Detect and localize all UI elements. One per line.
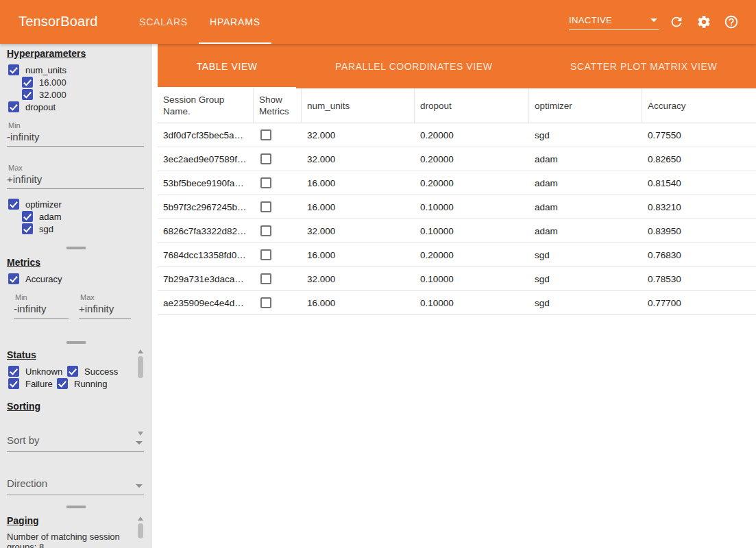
table-row[interactable]: 3ec2aed9e07589f… 32.000 0.20000 adam 0.8… (158, 147, 756, 171)
table-row[interactable]: ae235909ec4e4d… 16.000 0.10000 sgd 0.777… (158, 291, 756, 315)
tab-scalars[interactable]: SCALARS (128, 0, 199, 44)
table-row[interactable]: 6826c7fa3322d82… 32.000 0.10000 adam 0.8… (158, 219, 756, 243)
sorting-heading: Sorting (7, 401, 40, 412)
cell-optimizer: adam (529, 178, 642, 188)
run-status-value: INACTIVE (569, 15, 612, 25)
cell-show-metrics (254, 201, 302, 212)
table-row[interactable]: 3df0d7cf35bec5a… 32.000 0.20000 sgd 0.77… (158, 123, 756, 147)
status-scrollbar[interactable] (137, 349, 143, 436)
paging-scrollbar[interactable] (137, 516, 143, 548)
settings-button[interactable] (696, 14, 711, 29)
show-metrics-checkbox[interactable] (260, 129, 271, 140)
accuracy-checkbox[interactable] (8, 273, 19, 284)
section-resize-handle[interactable] (66, 247, 86, 249)
tab-table-view[interactable]: TABLE VIEW (158, 44, 296, 88)
table-row[interactable]: 53bf5bece9190fa… 16.000 0.20000 adam 0.8… (158, 171, 756, 195)
col-num-units[interactable]: num_units (302, 88, 415, 123)
cell-dropout: 0.10000 (415, 226, 529, 236)
table-row[interactable]: 7684dcc13358fd0… 16.000 0.20000 sgd 0.76… (158, 243, 756, 267)
cell-num-units: 32.000 (302, 130, 415, 140)
metrics-heading: Metrics (7, 257, 40, 268)
run-status-select[interactable]: INACTIVE (569, 10, 659, 30)
status-running[interactable]: Running (57, 378, 107, 389)
cell-accuracy: 0.83950 (642, 226, 756, 236)
scroll-up-icon[interactable] (138, 349, 143, 353)
cell-optimizer: sgd (529, 298, 642, 308)
cell-optimizer: adam (529, 226, 642, 236)
status-heading: Status (7, 349, 36, 360)
section-resize-handle[interactable] (66, 341, 86, 344)
dropout-checkbox[interactable] (8, 101, 19, 112)
cell-accuracy: 0.83210 (642, 202, 756, 212)
col-accuracy[interactable]: Accuracy (642, 88, 756, 123)
scrollbar-thumb[interactable] (138, 356, 143, 378)
num-units-checkbox[interactable] (8, 64, 19, 75)
cell-dropout: 0.10000 (415, 202, 529, 212)
hparam-dropout[interactable]: dropout (8, 101, 56, 112)
num-units-32-label: 32.000 (39, 90, 66, 100)
show-metrics-checkbox[interactable] (260, 153, 271, 164)
table-row[interactable]: 7b29a731e3daca… 32.000 0.10000 sgd 0.785… (158, 267, 756, 291)
status-unknown-label: Unknown (25, 366, 62, 377)
show-metrics-checkbox[interactable] (260, 297, 271, 308)
gear-icon (696, 14, 711, 29)
show-metrics-checkbox[interactable] (260, 201, 271, 212)
tab-scatter-plot-matrix-view[interactable]: SCATTER PLOT MATRIX VIEW (531, 44, 756, 88)
sort-by-select[interactable]: Sort by (7, 434, 144, 452)
tab-scatter-plot-matrix-view-label: SCATTER PLOT MATRIX VIEW (570, 61, 717, 72)
status-failure-checkbox[interactable] (8, 378, 19, 389)
show-metrics-checkbox[interactable] (260, 225, 271, 236)
show-metrics-checkbox[interactable] (260, 273, 271, 284)
tab-parallel-coordinates-view[interactable]: PARALLEL COORDINATES VIEW (296, 44, 531, 88)
optimizer-checkbox[interactable] (8, 199, 19, 210)
cell-optimizer: adam (529, 202, 642, 212)
col-session-group-name[interactable]: Session Group Name. (158, 88, 254, 123)
status-unknown-checkbox[interactable] (8, 366, 19, 377)
section-resize-handle[interactable] (66, 506, 86, 508)
num-units-16-checkbox[interactable] (22, 77, 33, 88)
status-success-label: Success (84, 366, 118, 377)
col-optimizer[interactable]: optimizer (529, 88, 642, 123)
scroll-up-icon[interactable] (138, 516, 143, 521)
dropdown-arrow-icon (650, 18, 657, 22)
hparam-optimizer[interactable]: optimizer (8, 199, 62, 210)
show-metrics-checkbox[interactable] (260, 249, 271, 260)
hparam-optimizer-sgd[interactable]: sgd (22, 223, 53, 234)
hparam-optimizer-adam[interactable]: adam (22, 211, 62, 222)
col-dropout[interactable]: dropout (415, 88, 529, 123)
cell-accuracy: 0.76830 (642, 250, 756, 260)
matching-groups-summary: Number of matching session groups: 8 (7, 532, 134, 548)
col-show-metrics[interactable]: Show Metrics (254, 88, 302, 123)
optimizer-adam-checkbox[interactable] (22, 211, 33, 222)
hparam-num-units[interactable]: num_units (8, 64, 66, 75)
metric-min-input[interactable]: -infinity (14, 303, 69, 319)
app-header: TensorBoard SCALARS HPARAMS INACTIVE (0, 0, 756, 44)
status-success[interactable]: Success (67, 366, 118, 377)
status-running-checkbox[interactable] (57, 378, 68, 389)
cell-optimizer: sgd (529, 130, 642, 140)
plugin-nav-tabs: SCALARS HPARAMS (128, 0, 271, 44)
dropout-min-input[interactable]: -infinity (7, 131, 144, 147)
hparam-num-units-value-16[interactable]: 16.000 (22, 77, 66, 88)
tab-hparams[interactable]: HPARAMS (199, 0, 271, 44)
show-metrics-checkbox[interactable] (260, 177, 271, 188)
status-success-checkbox[interactable] (67, 366, 78, 377)
cell-num-units: 16.000 (302, 202, 415, 212)
status-unknown[interactable]: Unknown (8, 366, 62, 377)
cell-num-units: 16.000 (302, 178, 415, 188)
metric-max-input[interactable]: +infinity (79, 303, 131, 319)
hparam-num-units-value-32[interactable]: 32.000 (22, 89, 66, 100)
table-row[interactable]: 5b97f3c2967245b… 16.000 0.10000 adam 0.8… (158, 195, 756, 219)
dropout-min-label: Min (8, 121, 21, 129)
metric-accuracy[interactable]: Accuracy (8, 273, 62, 284)
direction-select[interactable]: Direction (7, 477, 144, 495)
dropout-max-input[interactable]: +infinity (7, 173, 144, 189)
scrollbar-thumb[interactable] (138, 523, 143, 538)
refresh-button[interactable] (669, 14, 684, 29)
optimizer-sgd-checkbox[interactable] (22, 223, 33, 234)
metric-min-label: Min (15, 293, 27, 301)
cell-num-units: 16.000 (302, 298, 415, 308)
help-button[interactable] (724, 14, 739, 29)
num-units-32-checkbox[interactable] (22, 89, 33, 100)
status-failure[interactable]: Failure (8, 378, 53, 389)
